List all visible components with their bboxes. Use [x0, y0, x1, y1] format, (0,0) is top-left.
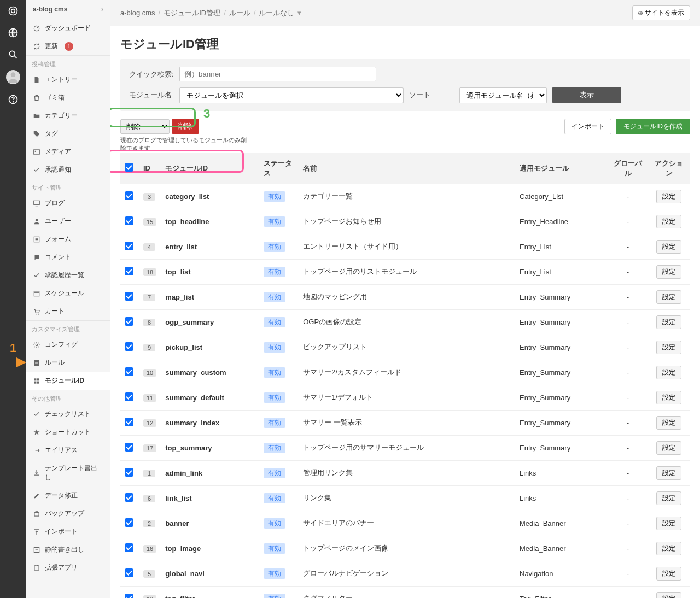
chevron-down-icon[interactable]: ▾	[298, 9, 301, 17]
row-module-id[interactable]: top_image	[165, 544, 201, 553]
config-button[interactable]: 設定	[656, 240, 681, 254]
row-checkbox[interactable]	[125, 568, 133, 577]
row-checkbox[interactable]	[125, 267, 133, 275]
row-checkbox[interactable]	[125, 342, 133, 351]
select-all-checkbox[interactable]	[125, 163, 133, 172]
sidebar-item-dashboard[interactable]: ダッシュボード	[26, 19, 110, 37]
row-checkbox[interactable]	[125, 392, 133, 401]
sidebar-item-cart[interactable]: カート	[26, 302, 110, 320]
config-button[interactable]: 設定	[656, 265, 681, 279]
config-button[interactable]: 設定	[656, 341, 681, 354]
row-checkbox[interactable]	[125, 242, 133, 250]
sidebar-item-pencil[interactable]: データ修正	[26, 486, 110, 505]
globe-icon[interactable]	[7, 26, 20, 39]
row-module-id[interactable]: tag_filter	[165, 595, 195, 598]
row-module-id[interactable]: summary_index	[165, 419, 219, 427]
sidebar-item-monitor[interactable]: ブログ	[26, 194, 110, 212]
quick-search-input[interactable]	[179, 67, 376, 81]
row-module-id[interactable]: category_list	[165, 192, 209, 201]
module-select[interactable]: モジュールを選択	[179, 87, 404, 103]
row-module-id[interactable]: entry_list	[165, 243, 197, 251]
sidebar-item-alias[interactable]: エイリアス	[26, 441, 110, 459]
row-checkbox[interactable]	[125, 317, 133, 326]
row-checkbox[interactable]	[125, 191, 133, 200]
row-checkbox[interactable]	[125, 418, 133, 426]
avatar[interactable]	[6, 70, 20, 84]
row-checkbox[interactable]	[125, 216, 133, 225]
sidebar-item-rule[interactable]: ルール	[26, 354, 110, 372]
row-module-id[interactable]: map_list	[165, 293, 194, 301]
config-button[interactable]: 設定	[656, 366, 681, 379]
breadcrumb-link[interactable]: ルールなし	[259, 8, 294, 18]
row-module-id[interactable]: top_headline	[165, 218, 209, 226]
row-module-id[interactable]: pickup_list	[165, 343, 202, 351]
brand[interactable]: a-blog cms›	[26, 0, 110, 19]
sidebar-item-star[interactable]: ショートカット	[26, 423, 110, 441]
row-module-id[interactable]: top_summary	[165, 444, 212, 452]
bulk-action-select[interactable]: 削除	[120, 119, 170, 134]
sidebar-item-trash[interactable]: ゴミ箱	[26, 89, 110, 107]
breadcrumb-link[interactable]: モジュールID管理	[164, 8, 220, 18]
row-module-id[interactable]: ogp_summary	[165, 318, 214, 326]
row-module-id[interactable]: link_list	[165, 494, 191, 502]
sidebar-item-gear[interactable]: コンフィグ	[26, 336, 110, 354]
row-module-id[interactable]: summary_custom	[165, 368, 226, 377]
row-module-id[interactable]: top_list	[165, 268, 190, 276]
sidebar-item-form[interactable]: フォーム	[26, 230, 110, 248]
config-button[interactable]: 設定	[656, 592, 681, 598]
row-module-id[interactable]: admin_link	[165, 469, 202, 477]
sidebar-item-comment[interactable]: コメント	[26, 248, 110, 266]
delete-button[interactable]: 削除	[172, 119, 199, 134]
config-button[interactable]: 設定	[656, 290, 681, 304]
sidebar-item-user[interactable]: ユーザー	[26, 212, 110, 230]
help-icon[interactable]	[7, 93, 20, 106]
sidebar-item-folder[interactable]: カテゴリー	[26, 107, 110, 125]
sort-select[interactable]: 適用モジュール名（昇順）	[459, 87, 547, 103]
config-button[interactable]: 設定	[656, 391, 681, 404]
breadcrumb-link[interactable]: a-blog cms	[120, 9, 155, 17]
row-checkbox[interactable]	[125, 292, 133, 301]
config-button[interactable]: 設定	[656, 466, 681, 480]
config-button[interactable]: 設定	[656, 315, 681, 329]
sidebar-item-check[interactable]: 承認通知	[26, 161, 110, 179]
config-button[interactable]: 設定	[656, 491, 681, 505]
sidebar-item-media[interactable]: メディア	[26, 143, 110, 161]
search-icon[interactable]	[7, 48, 20, 61]
row-checkbox[interactable]	[125, 443, 133, 452]
row-checkbox[interactable]	[125, 543, 133, 552]
sidebar-item-backup[interactable]: バックアップ	[26, 505, 110, 523]
config-button[interactable]: 設定	[656, 567, 681, 581]
config-button[interactable]: 設定	[656, 542, 681, 555]
sidebar-item-module[interactable]: モジュールID	[26, 372, 110, 390]
sidebar-item-import[interactable]: インポート	[26, 523, 110, 541]
sidebar-item-file[interactable]: エントリー	[26, 71, 110, 89]
sidebar-item-tag[interactable]: タグ	[26, 125, 110, 143]
sidebar-item-calendar[interactable]: スケジュール	[26, 284, 110, 302]
logo-icon[interactable]	[7, 4, 20, 17]
breadcrumb-link[interactable]: ルール	[229, 8, 250, 18]
row-checkbox[interactable]	[125, 493, 133, 502]
row-checkbox[interactable]	[125, 518, 133, 527]
config-button[interactable]: 設定	[656, 517, 681, 530]
sidebar-item-plugin[interactable]: 拡張アプリ	[26, 559, 110, 577]
row-module-id[interactable]: summary_default	[165, 394, 224, 402]
row-checkbox[interactable]	[125, 468, 133, 477]
sidebar-item-static[interactable]: 静的書き出し	[26, 541, 110, 559]
config-button[interactable]: 設定	[656, 215, 681, 228]
sidebar-item-refresh[interactable]: 更新1	[26, 37, 110, 55]
row-module-id[interactable]: banner	[165, 519, 189, 527]
sidebar-item-check[interactable]: チェックリスト	[26, 405, 110, 423]
row-checkbox[interactable]	[125, 594, 133, 598]
row-checkbox[interactable]	[125, 367, 133, 376]
config-button[interactable]: 設定	[656, 441, 681, 455]
row-module-id[interactable]: global_navi	[165, 570, 205, 578]
view-site-button[interactable]: サイトを表示	[632, 5, 690, 20]
import-button[interactable]: インポート	[564, 119, 611, 134]
show-button[interactable]: 表示	[552, 87, 621, 103]
config-button[interactable]: 設定	[656, 190, 681, 203]
create-module-id-button[interactable]: モジュールIDを作成	[616, 119, 690, 134]
config-button[interactable]: 設定	[656, 416, 681, 430]
sidebar-item-check[interactable]: 承認履歴一覧	[26, 266, 110, 284]
sidebar-item-export[interactable]: テンプレート書出し	[26, 459, 110, 486]
row-global: -	[608, 259, 648, 284]
